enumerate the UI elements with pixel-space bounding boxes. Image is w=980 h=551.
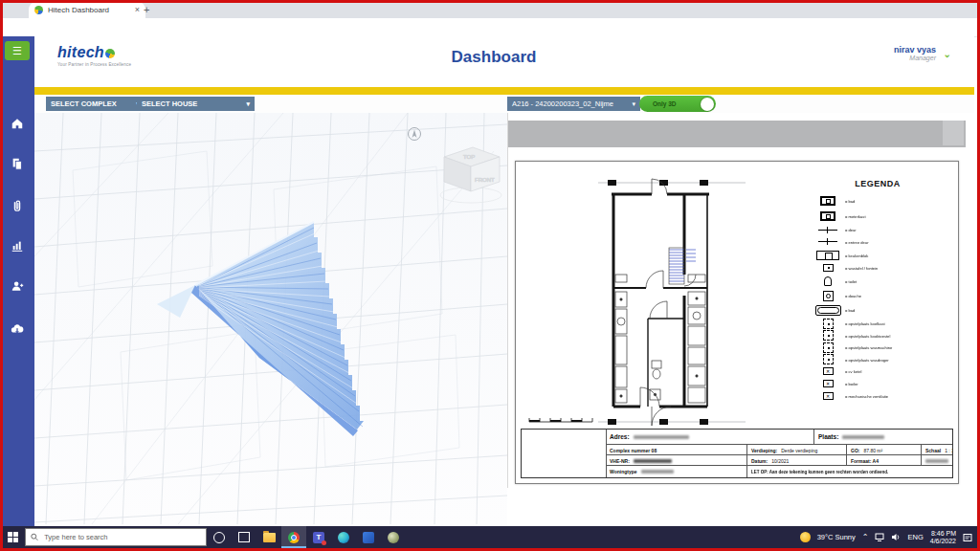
legend-item: = opstelplaats wasdroger <box>811 354 945 366</box>
user-role: Manager <box>894 55 936 61</box>
view-cube-front-label: FRONT <box>475 177 495 183</box>
legend-symbol-entry-door <box>818 241 837 242</box>
panel-scroll-box[interactable] <box>943 121 964 145</box>
legend-item: = opstelplaats koelkast <box>811 318 945 330</box>
app-header: hitech Your Partner in Process Excellenc… <box>34 36 974 87</box>
add-user-icon <box>11 279 24 293</box>
chevron-down-icon: ▾ <box>632 100 635 108</box>
floorplan-drawing <box>590 175 753 431</box>
new-tab-button[interactable]: + <box>144 4 149 15</box>
user-menu-chevron-icon[interactable]: ⌄ <box>944 49 951 59</box>
redacted-value <box>842 435 884 439</box>
start-button[interactable] <box>0 526 25 548</box>
legend-item: = entree deur <box>811 236 945 249</box>
weather-text[interactable]: 39°C Sunny <box>817 533 856 541</box>
datum-value: 10/2021 <box>771 458 789 464</box>
sidebar-item-attachments[interactable] <box>0 195 34 216</box>
file-explorer-icon <box>263 533 276 542</box>
floorplan-sheet[interactable]: LEGENDA = bad = meterkast = deur = entre… <box>515 161 959 484</box>
select-house-label: SELECT HOUSE <box>142 99 197 108</box>
cloud-download-icon <box>11 322 24 336</box>
redacted-value <box>634 435 689 439</box>
legend-item: = bad <box>811 193 945 209</box>
tab-title: Hitech Dashboard <box>48 6 130 14</box>
select-complex-label: SELECT COMPLEX <box>51 99 117 108</box>
teams-button[interactable]: T <box>306 526 331 548</box>
browser-tab[interactable]: Hitech Dashboard × <box>29 2 145 18</box>
only-3d-toggle[interactable]: Only 3D <box>639 96 716 112</box>
legend-symbol-meter-cupboard <box>820 211 835 221</box>
language-indicator[interactable]: ENG <box>907 533 923 541</box>
system-tray: 39°C Sunny ⌃ ENG 8:46 PM 4/6/2022 <box>800 530 980 545</box>
select-house-dropdown[interactable]: SELECT HOUSE ▾ <box>137 97 255 111</box>
legend: LEGENDA = bad = meterkast = deur = entre… <box>811 179 945 402</box>
redacted-value <box>634 459 672 463</box>
page-title: Dashboard <box>322 48 666 67</box>
legend-title: LEGENDA <box>811 179 945 188</box>
weather-sun-icon[interactable] <box>800 532 811 542</box>
legend-symbol-washbasin <box>823 264 834 272</box>
sidebar-item-add-user[interactable] <box>0 276 34 297</box>
legend-item: ✕ = mechanische ventilatie <box>811 389 945 402</box>
taskbar-search[interactable] <box>25 528 207 546</box>
legend-symbol-shower <box>823 291 834 301</box>
legend-item: = deur <box>811 224 945 236</box>
search-input[interactable] <box>42 532 201 542</box>
hitech-logo[interactable]: hitech Your Partner in Process Excellenc… <box>57 44 172 67</box>
app-sidebar: ☰ <box>0 36 34 526</box>
cortana-button[interactable] <box>207 526 232 548</box>
sidebar-item-downloads[interactable] <box>0 319 34 340</box>
menu-button[interactable]: ☰ <box>5 41 30 60</box>
go-label: GO: <box>851 448 859 453</box>
select-complex-dropdown[interactable]: SELECT COMPLEX ▾ <box>46 97 145 111</box>
teams-icon: T <box>313 532 324 543</box>
schaal-value: 1 : 100 <box>945 448 952 453</box>
drawing-select-dropdown[interactable]: A216 - 24200200323_02_Nijme ▾ <box>507 97 640 111</box>
complex-number: Complex nummer 08 <box>610 448 657 453</box>
task-view-button[interactable] <box>232 526 256 548</box>
legend-item: = toilet <box>811 275 945 289</box>
windows-taskbar: T 39°C Sunny ⌃ ENG 8:46 PM 4/6/2022 <box>0 526 980 548</box>
legend-symbol-boiler: ✕ <box>823 380 834 387</box>
sidebar-item-home[interactable] <box>0 113 34 134</box>
logo-tagline: Your Partner in Process Excellence <box>57 62 172 67</box>
sidebar-item-reports[interactable] <box>0 235 34 256</box>
file-explorer-button[interactable] <box>256 526 281 548</box>
network-icon[interactable] <box>875 533 884 541</box>
cortana-icon <box>213 532 225 543</box>
title-block-logo-cell <box>522 430 607 477</box>
windows-logo-icon <box>8 532 18 542</box>
drawing-panel[interactable]: LEGENDA = bad = meterkast = deur = entre… <box>507 113 966 488</box>
drawing-select-label: A216 - 24200200323_02_Nijme <box>512 99 613 108</box>
logo-text: hitech <box>57 44 104 60</box>
redacted-value <box>641 470 674 474</box>
chevron-down-icon: ▾ <box>246 100 250 108</box>
scale-bar <box>527 414 596 426</box>
tab-close-icon[interactable]: × <box>135 6 140 14</box>
sidebar-item-documents[interactable] <box>0 153 34 174</box>
toggle-knob[interactable] <box>701 98 714 111</box>
legend-item: = meterkast <box>811 209 945 224</box>
redacted-value <box>925 459 948 463</box>
blue-app-icon <box>363 532 374 543</box>
browser-addressbar: ← → ⟳ ⚠ Not secure 172.16.4.10/viewerdas… <box>0 18 980 37</box>
taskbar-clock[interactable]: 8:46 PM 4/6/2022 <box>930 530 956 545</box>
legend-item: ✕ = boiler <box>811 378 945 390</box>
view-cube: TOP FRONT <box>440 147 501 203</box>
go-value: 87.80 m² <box>863 448 882 453</box>
chrome-button[interactable] <box>281 526 306 548</box>
legend-symbol-boiler-cv: ✕ <box>823 367 834 375</box>
paperclip-icon <box>11 199 24 212</box>
user-menu[interactable]: nirav vyas Manager ⌄ <box>894 45 936 61</box>
controls-bar: SELECT COMPLEX ▾ SELECT HOUSE ▾ A216 - 2… <box>34 95 974 113</box>
home-icon <box>11 117 24 130</box>
edge-button[interactable] <box>331 526 356 548</box>
viewer-3d[interactable]: TOP FRONT <box>34 113 507 526</box>
app-button-2[interactable] <box>381 526 406 548</box>
volume-icon[interactable] <box>891 533 901 541</box>
app-button[interactable] <box>356 526 381 548</box>
view-cube-top-label: TOP <box>463 154 475 160</box>
action-center-icon[interactable] <box>963 533 972 542</box>
time-text: 8:46 PM <box>930 530 956 538</box>
tray-expand-chevron-icon[interactable]: ⌃ <box>862 533 869 541</box>
